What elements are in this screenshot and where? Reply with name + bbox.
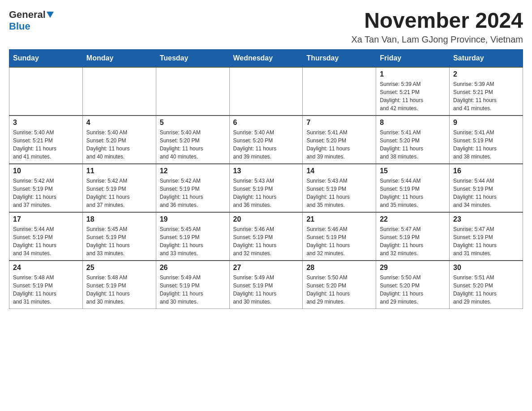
weekday-header-wednesday: Wednesday — [229, 49, 303, 67]
weekday-header-tuesday: Tuesday — [156, 49, 229, 67]
calendar-cell — [229, 67, 303, 116]
day-number: 19 — [160, 215, 226, 223]
day-info: Sunrise: 5:46 AMSunset: 5:19 PMDaylight:… — [306, 225, 372, 257]
calendar-cell: 1Sunrise: 5:39 AMSunset: 5:21 PMDaylight… — [376, 67, 450, 116]
day-info: Sunrise: 5:40 AMSunset: 5:20 PMDaylight:… — [86, 128, 152, 161]
day-info: Sunrise: 5:48 AMSunset: 5:19 PMDaylight:… — [86, 274, 152, 306]
weekday-header-monday: Monday — [82, 49, 156, 67]
calendar-cell: 2Sunrise: 5:39 AMSunset: 5:21 PMDaylight… — [450, 67, 523, 116]
calendar-cell: 29Sunrise: 5:50 AMSunset: 5:20 PMDayligh… — [376, 261, 450, 309]
day-info: Sunrise: 5:40 AMSunset: 5:20 PMDaylight:… — [233, 128, 299, 161]
day-info: Sunrise: 5:41 AMSunset: 5:20 PMDaylight:… — [306, 128, 372, 161]
day-number: 9 — [453, 119, 519, 127]
calendar-cell: 13Sunrise: 5:43 AMSunset: 5:19 PMDayligh… — [229, 164, 303, 212]
day-number: 15 — [380, 167, 446, 175]
day-number: 23 — [453, 215, 519, 223]
calendar-cell: 5Sunrise: 5:40 AMSunset: 5:20 PMDaylight… — [156, 116, 229, 164]
day-number: 16 — [453, 167, 519, 175]
calendar-cell: 4Sunrise: 5:40 AMSunset: 5:20 PMDaylight… — [82, 116, 156, 164]
day-info: Sunrise: 5:39 AMSunset: 5:21 PMDaylight:… — [453, 80, 519, 112]
logo-triangle-icon — [47, 12, 54, 18]
day-number: 1 — [380, 70, 446, 78]
calendar-cell: 18Sunrise: 5:45 AMSunset: 5:19 PMDayligh… — [82, 212, 156, 261]
calendar-cell: 6Sunrise: 5:40 AMSunset: 5:20 PMDaylight… — [229, 116, 303, 164]
calendar-cell: 9Sunrise: 5:41 AMSunset: 5:19 PMDaylight… — [450, 116, 523, 164]
day-number: 7 — [306, 119, 372, 127]
calendar-cell: 27Sunrise: 5:49 AMSunset: 5:19 PMDayligh… — [229, 261, 303, 309]
week-row-2: 3Sunrise: 5:40 AMSunset: 5:21 PMDaylight… — [9, 116, 523, 164]
day-info: Sunrise: 5:49 AMSunset: 5:19 PMDaylight:… — [160, 274, 226, 306]
week-row-5: 24Sunrise: 5:48 AMSunset: 5:19 PMDayligh… — [9, 261, 523, 309]
day-info: Sunrise: 5:44 AMSunset: 5:19 PMDaylight:… — [380, 177, 446, 209]
logo-general-text: General — [9, 9, 46, 21]
day-number: 11 — [86, 167, 152, 175]
day-info: Sunrise: 5:46 AMSunset: 5:19 PMDaylight:… — [233, 225, 299, 257]
weekday-header-sunday: Sunday — [9, 49, 83, 67]
day-number: 13 — [233, 167, 299, 175]
day-number: 20 — [233, 215, 299, 223]
day-info: Sunrise: 5:48 AMSunset: 5:19 PMDaylight:… — [13, 274, 79, 306]
day-info: Sunrise: 5:42 AMSunset: 5:19 PMDaylight:… — [13, 177, 79, 209]
day-info: Sunrise: 5:45 AMSunset: 5:19 PMDaylight:… — [86, 225, 152, 257]
location-text: Xa Tan Van, Lam GJong Province, Vietnam — [351, 34, 523, 45]
day-number: 24 — [13, 264, 79, 272]
calendar-cell: 25Sunrise: 5:48 AMSunset: 5:19 PMDayligh… — [82, 261, 156, 309]
day-info: Sunrise: 5:50 AMSunset: 5:20 PMDaylight:… — [306, 274, 372, 306]
month-title: November 2024 — [351, 9, 523, 33]
day-info: Sunrise: 5:41 AMSunset: 5:19 PMDaylight:… — [453, 128, 519, 161]
calendar-cell — [9, 67, 83, 116]
calendar-cell: 17Sunrise: 5:44 AMSunset: 5:19 PMDayligh… — [9, 212, 83, 261]
day-number: 28 — [306, 264, 372, 272]
calendar-cell: 14Sunrise: 5:43 AMSunset: 5:19 PMDayligh… — [303, 164, 376, 212]
calendar-header-row: SundayMondayTuesdayWednesdayThursdayFrid… — [9, 49, 523, 67]
calendar-cell — [82, 67, 156, 116]
day-number: 17 — [13, 215, 79, 223]
weekday-header-thursday: Thursday — [303, 49, 376, 67]
day-info: Sunrise: 5:40 AMSunset: 5:20 PMDaylight:… — [160, 128, 226, 161]
day-info: Sunrise: 5:44 AMSunset: 5:19 PMDaylight:… — [13, 225, 79, 257]
weekday-header-saturday: Saturday — [450, 49, 523, 67]
logo-blue-text: Blue — [9, 21, 30, 32]
day-number: 2 — [453, 70, 519, 78]
calendar-cell: 21Sunrise: 5:46 AMSunset: 5:19 PMDayligh… — [303, 212, 376, 261]
day-number: 27 — [233, 264, 299, 272]
calendar-cell: 12Sunrise: 5:42 AMSunset: 5:19 PMDayligh… — [156, 164, 229, 212]
calendar-cell: 22Sunrise: 5:47 AMSunset: 5:19 PMDayligh… — [376, 212, 450, 261]
calendar-cell: 16Sunrise: 5:44 AMSunset: 5:19 PMDayligh… — [450, 164, 523, 212]
page-header: General Blue November 2024 Xa Tan Van, L… — [9, 9, 523, 45]
day-info: Sunrise: 5:40 AMSunset: 5:21 PMDaylight:… — [13, 128, 79, 161]
calendar-cell: 11Sunrise: 5:42 AMSunset: 5:19 PMDayligh… — [82, 164, 156, 212]
week-row-1: 1Sunrise: 5:39 AMSunset: 5:21 PMDaylight… — [9, 67, 523, 116]
day-info: Sunrise: 5:43 AMSunset: 5:19 PMDaylight:… — [233, 177, 299, 209]
day-number: 10 — [13, 167, 79, 175]
day-number: 6 — [233, 119, 299, 127]
title-area: November 2024 Xa Tan Van, Lam GJong Prov… — [351, 9, 523, 45]
day-info: Sunrise: 5:51 AMSunset: 5:20 PMDaylight:… — [453, 274, 519, 306]
calendar-cell — [303, 67, 376, 116]
day-number: 29 — [380, 264, 446, 272]
day-number: 14 — [306, 167, 372, 175]
calendar-table: SundayMondayTuesdayWednesdayThursdayFrid… — [9, 49, 523, 309]
calendar-cell: 7Sunrise: 5:41 AMSunset: 5:20 PMDaylight… — [303, 116, 376, 164]
day-info: Sunrise: 5:47 AMSunset: 5:19 PMDaylight:… — [380, 225, 446, 257]
day-number: 22 — [380, 215, 446, 223]
calendar-cell: 15Sunrise: 5:44 AMSunset: 5:19 PMDayligh… — [376, 164, 450, 212]
calendar-cell: 20Sunrise: 5:46 AMSunset: 5:19 PMDayligh… — [229, 212, 303, 261]
calendar-cell: 3Sunrise: 5:40 AMSunset: 5:21 PMDaylight… — [9, 116, 83, 164]
day-number: 26 — [160, 264, 226, 272]
day-number: 5 — [160, 119, 226, 127]
day-number: 4 — [86, 119, 152, 127]
day-number: 25 — [86, 264, 152, 272]
day-number: 30 — [453, 264, 519, 272]
day-number: 12 — [160, 167, 226, 175]
calendar-cell — [156, 67, 229, 116]
day-info: Sunrise: 5:47 AMSunset: 5:19 PMDaylight:… — [453, 225, 519, 257]
calendar-cell: 24Sunrise: 5:48 AMSunset: 5:19 PMDayligh… — [9, 261, 83, 309]
day-info: Sunrise: 5:50 AMSunset: 5:20 PMDaylight:… — [380, 274, 446, 306]
day-number: 21 — [306, 215, 372, 223]
calendar-cell: 23Sunrise: 5:47 AMSunset: 5:19 PMDayligh… — [450, 212, 523, 261]
day-info: Sunrise: 5:41 AMSunset: 5:20 PMDaylight:… — [380, 128, 446, 161]
week-row-4: 17Sunrise: 5:44 AMSunset: 5:19 PMDayligh… — [9, 212, 523, 261]
day-info: Sunrise: 5:45 AMSunset: 5:19 PMDaylight:… — [160, 225, 226, 257]
calendar-cell: 28Sunrise: 5:50 AMSunset: 5:20 PMDayligh… — [303, 261, 376, 309]
